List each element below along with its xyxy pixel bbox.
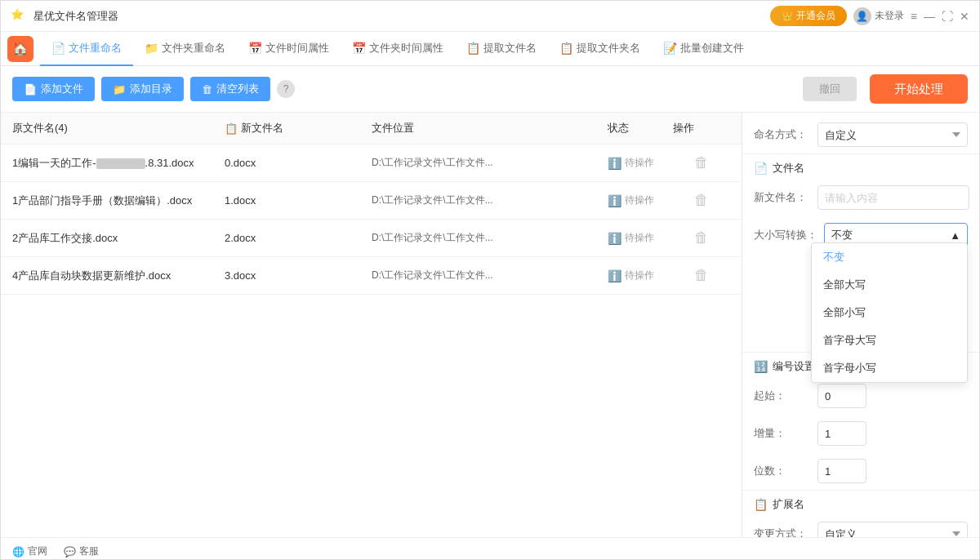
- website-icon: 🌐: [12, 546, 24, 558]
- tab-folder-time[interactable]: 📅 文件夹时间属性: [341, 32, 455, 66]
- vip-button[interactable]: 开通会员: [770, 6, 847, 26]
- home-button[interactable]: 🏠: [7, 36, 33, 62]
- undo-button[interactable]: 撤回: [803, 77, 857, 101]
- header-action: 操作: [673, 121, 730, 136]
- original-filename-1: 1编辑一天的工作-.8.31.docx: [12, 156, 225, 171]
- app-icon: ⭐: [11, 8, 27, 24]
- tab-rename-file[interactable]: 📄 文件重命名: [40, 32, 133, 66]
- case-convert-value: 不变: [831, 228, 853, 242]
- naming-method-select[interactable]: 自定义序号日期随机: [817, 122, 968, 147]
- start-input[interactable]: [817, 384, 866, 408]
- tab-rename-file-label: 文件重命名: [69, 41, 122, 56]
- header-location: 文件位置: [372, 121, 608, 136]
- case-option-lower[interactable]: 全部小写: [812, 299, 967, 327]
- tab-file-time-label: 文件时间属性: [265, 41, 329, 56]
- case-convert-menu: 不变 全部大写 全部小写 首字母大写 首字母小写: [811, 242, 968, 383]
- website-link[interactable]: 🌐 官网: [12, 544, 47, 558]
- status-label-4: 待操作: [625, 269, 654, 282]
- change-method-label: 变更方式：: [754, 527, 811, 537]
- case-convert-label: 大小写转换：: [754, 228, 817, 242]
- naming-method-row: 命名方式： 自定义序号日期随机: [742, 113, 979, 153]
- status-label-3: 待操作: [625, 231, 654, 245]
- add-file-button[interactable]: 📄 添加文件: [12, 77, 95, 101]
- tab-extract-filename[interactable]: 📋 提取文件名: [455, 32, 548, 66]
- status-1: ℹ️ 待操作: [608, 156, 673, 170]
- main-area: 原文件名(4) 📋 新文件名 文件位置 状态 操作 1编辑一天的工作-.8.31…: [1, 113, 979, 537]
- filepath-2: D:\工作记录文件\工作文件...: [372, 193, 608, 207]
- tab-batch-create[interactable]: 📝 批量创建文件: [652, 32, 755, 66]
- close-button[interactable]: ✕: [960, 11, 969, 22]
- numbering-section-label: 编号设置: [773, 359, 815, 374]
- tab-file-time-icon: 📅: [248, 42, 262, 55]
- user-label: 未登录: [875, 9, 904, 23]
- status-icon-4: ℹ️: [608, 269, 621, 282]
- increment-row: 增量：: [742, 415, 979, 452]
- original-filename-3: 2产品库工作交接.docx: [12, 231, 225, 246]
- status-2: ℹ️ 待操作: [608, 193, 673, 207]
- delete-button-1[interactable]: 🗑: [673, 154, 730, 171]
- tab-folder-time-icon: 📅: [352, 42, 366, 55]
- increment-label: 增量：: [754, 426, 811, 441]
- minimize-button[interactable]: —: [924, 11, 935, 22]
- tab-file-time[interactable]: 📅 文件时间属性: [237, 32, 341, 66]
- case-option-upper[interactable]: 全部大写: [812, 271, 967, 299]
- tab-extract-filename-icon: 📋: [466, 42, 480, 55]
- tabs-bar: 🏠 📄 文件重命名 📁 文件夹重命名 📅 文件时间属性 📅 文件夹时间属性 📋 …: [1, 32, 979, 66]
- app-title: 星优文件名管理器: [33, 9, 118, 24]
- add-dir-button[interactable]: 📁 添加目录: [101, 77, 184, 101]
- clear-list-button[interactable]: 🗑 清空列表: [190, 77, 270, 101]
- increment-input[interactable]: [817, 421, 866, 446]
- new-name-icon: 📋: [225, 122, 238, 135]
- extension-section-label: 扩展名: [773, 497, 804, 512]
- help-button[interactable]: ?: [277, 80, 295, 98]
- table-row: 1编辑一天的工作-.8.31.docx 0.docx D:\工作记录文件\工作文…: [1, 144, 742, 182]
- toolbar: 📄 添加文件 📁 添加目录 🗑 清空列表 ? 撤回 开始处理: [1, 66, 979, 113]
- tab-batch-create-label: 批量创建文件: [680, 41, 744, 56]
- digits-row: 位数：: [742, 452, 979, 490]
- filepath-4: D:\工作记录文件\工作文件...: [372, 269, 608, 282]
- status-label-1: 待操作: [625, 156, 654, 170]
- start-process-button[interactable]: 开始处理: [870, 74, 968, 104]
- file-list: 原文件名(4) 📋 新文件名 文件位置 状态 操作 1编辑一天的工作-.8.31…: [1, 113, 742, 537]
- status-label-2: 待操作: [625, 193, 654, 207]
- header-new-name: 📋 新文件名: [225, 121, 372, 136]
- chevron-up-icon: ▲: [950, 229, 960, 242]
- case-convert-row: 大小写转换： 不变 ▲ 不变 全部大写 全部小写 首字母大写 首字母小写: [742, 216, 979, 254]
- case-option-lower-first[interactable]: 首字母小写: [812, 354, 967, 382]
- filepath-3: D:\工作记录文件\工作文件...: [372, 231, 608, 245]
- filepath-1: D:\工作记录文件\工作文件...: [372, 156, 608, 170]
- title-left: ⭐ 星优文件名管理器: [11, 8, 118, 24]
- header-original-name-label: 原文件名(4): [12, 121, 68, 136]
- menu-button[interactable]: ≡: [911, 11, 917, 22]
- table-body: 1编辑一天的工作-.8.31.docx 0.docx D:\工作记录文件\工作文…: [1, 144, 742, 537]
- delete-button-4[interactable]: 🗑: [673, 267, 730, 284]
- maximize-button[interactable]: ⛶: [942, 11, 953, 22]
- service-link[interactable]: 💬 客服: [64, 544, 99, 558]
- extension-section-title: 📋 扩展名: [742, 490, 979, 515]
- status-3: ℹ️ 待操作: [608, 231, 673, 245]
- title-right: 开通会员 👤 未登录 ≡ — ⛶ ✕: [770, 6, 969, 26]
- extension-section-icon: 📋: [754, 498, 768, 511]
- header-new-name-label: 新文件名: [241, 121, 283, 136]
- original-filename-2: 1产品部门指导手册（数据编辑）.docx: [12, 193, 225, 208]
- header-status-label: 状态: [608, 121, 629, 136]
- digits-input[interactable]: [817, 459, 866, 483]
- delete-button-3[interactable]: 🗑: [673, 229, 730, 247]
- case-option-capitalize[interactable]: 首字母大写: [812, 327, 967, 354]
- filename-section-label: 文件名: [773, 161, 804, 176]
- status-icon-3: ℹ️: [608, 232, 621, 245]
- new-filename-input[interactable]: [817, 185, 969, 210]
- header-location-label: 文件位置: [372, 121, 414, 136]
- change-method-select[interactable]: 自定义不变追加: [817, 522, 968, 537]
- delete-button-2[interactable]: 🗑: [673, 192, 730, 209]
- new-filename-3: 2.docx: [225, 232, 372, 244]
- tab-rename-folder-label: 文件夹重命名: [162, 41, 225, 56]
- header-original-name: 原文件名(4): [12, 121, 225, 136]
- case-option-unchanged[interactable]: 不变: [812, 243, 967, 271]
- tab-extract-foldername-label: 提取文件夹名: [577, 41, 640, 56]
- status-icon-1: ℹ️: [608, 157, 621, 170]
- tab-rename-folder[interactable]: 📁 文件夹重命名: [133, 32, 237, 66]
- tab-extract-foldername[interactable]: 📋 提取文件夹名: [548, 32, 652, 66]
- new-filename-1: 0.docx: [225, 157, 372, 169]
- filename-section-title: 📄 文件名: [742, 153, 979, 179]
